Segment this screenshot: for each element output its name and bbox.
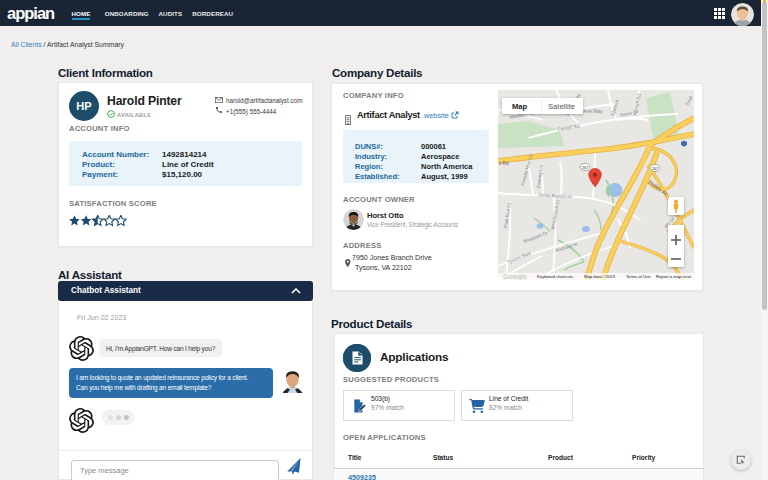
svg-text:267: 267 xyxy=(582,165,589,170)
svg-text:Terms of Use: Terms of Use xyxy=(626,274,651,279)
svg-text:Map data ©2023: Map data ©2023 xyxy=(584,274,616,279)
svg-text:Report a map error: Report a map error xyxy=(656,274,692,279)
svg-text:Keyboard shortcuts: Keyboard shortcuts xyxy=(537,274,573,279)
svg-text:Map: Map xyxy=(512,102,528,111)
svg-text:Google: Google xyxy=(503,273,527,280)
svg-text:267: 267 xyxy=(652,166,659,171)
svg-text:s Rd: s Rd xyxy=(499,161,509,166)
svg-text:Ariel Way: Ariel Way xyxy=(583,109,603,114)
svg-text:Satellite: Satellite xyxy=(548,102,575,111)
